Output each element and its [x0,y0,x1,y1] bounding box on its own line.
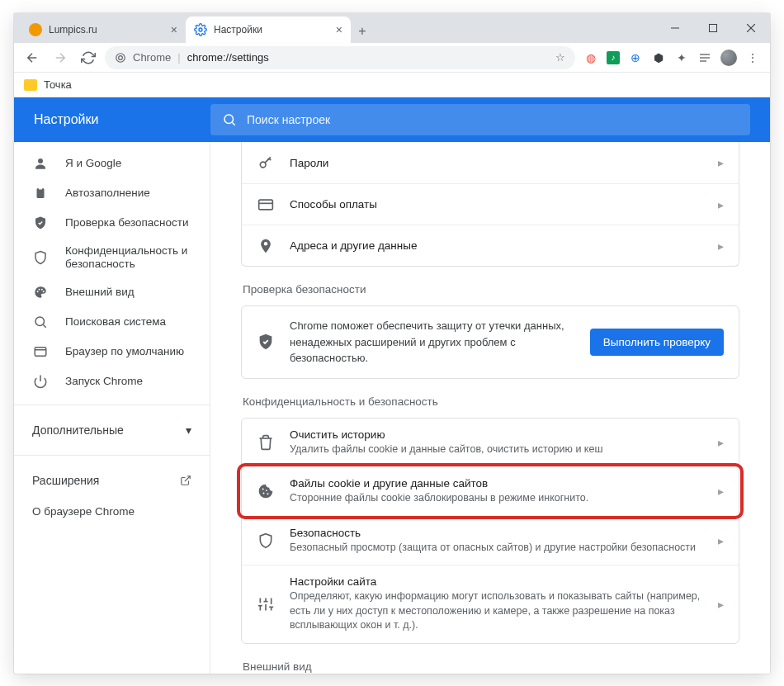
sidebar-item-on-startup[interactable]: Запуск Chrome [14,367,210,396]
section-title-safety: Проверка безопасности [243,283,738,296]
bookmarks-bar: Точка [14,73,770,97]
forward-button[interactable] [49,46,72,69]
chevron-right-icon: ▸ [718,485,724,498]
svg-line-24 [185,476,190,481]
bookmark-item[interactable]: Точка [44,78,72,91]
star-icon[interactable]: ☆ [555,51,565,64]
sidebar-item-default-browser[interactable]: Браузер по умолчанию [14,337,210,367]
sidebar-item-privacy[interactable]: Конфиденциальность и безопасность [14,238,210,277]
row-subtitle: Безопасный просмотр (защита от опасных с… [290,541,703,556]
svg-rect-13 [37,188,45,198]
sidebar-item-safety-check[interactable]: Проверка безопасности [14,208,210,238]
settings-body: Я и Google Автозаполнение Проверка безоп… [14,142,770,674]
back-button[interactable] [21,46,44,69]
chevron-right-icon: ▸ [718,534,724,547]
address-bar[interactable]: Chrome | chrome://settings ☆ [105,46,575,69]
svg-point-29 [263,493,265,494]
tab-title: Настройки [214,24,262,35]
menu-icon[interactable]: ⋮ [745,50,760,65]
ext-icon-2[interactable]: ♪ [607,51,620,64]
chevron-right-icon: ▸ [718,598,724,611]
close-icon[interactable]: × [336,23,342,36]
ext-icon-4[interactable]: ⬢ [651,50,666,65]
card-icon [257,196,275,213]
reload-button[interactable] [77,46,100,69]
close-window-button[interactable] [732,15,770,41]
row-title: Способы оплаты [290,198,703,211]
row-title: Файлы cookie и другие данные сайтов [290,477,703,490]
sidebar-about-label: О браузере Chrome [32,505,191,518]
svg-point-15 [37,291,39,292]
row-addresses[interactable]: Адреса и другие данные ▸ [242,225,739,266]
privacy-card: Очистить историю Удалить файлы cookie и … [241,418,739,644]
new-tab-button[interactable]: + [351,20,374,43]
extension-icons: ◍ ♪ ⊕ ⬢ ✦ ⋮ [580,50,763,66]
ext-icon-1[interactable]: ◍ [583,50,598,65]
settings-main[interactable]: Пароли ▸ Способы оплаты ▸ Адреса и други… [210,142,770,674]
separator [14,405,210,405]
row-clear-history[interactable]: Очистить историю Удалить файлы cookie и … [242,419,739,467]
settings-sidebar: Я и Google Автозаполнение Проверка безоп… [14,142,210,674]
svg-point-18 [43,291,45,292]
ext-icon-3[interactable]: ⊕ [628,50,643,65]
reading-list-icon[interactable] [697,50,712,65]
svg-point-31 [266,490,267,492]
tab-settings[interactable]: Настройки × [186,17,351,43]
settings-search-input[interactable] [247,113,739,126]
tab-title: Lumpics.ru [49,24,97,35]
window-controls [656,13,770,43]
svg-point-16 [39,289,40,291]
svg-point-5 [116,53,125,62]
row-cookies[interactable]: Файлы cookie и другие данные сайтов Стор… [242,466,739,516]
chevron-right-icon: ▸ [718,239,724,253]
svg-line-11 [232,122,234,125]
row-title: Пароли [290,157,703,169]
svg-point-10 [224,115,234,124]
shield-icon [257,532,275,549]
sidebar-advanced[interactable]: Дополнительные ▾ [14,414,210,447]
row-title: Настройки сайта [290,575,703,588]
tab-lumpics[interactable]: Lumpics.ru × [21,17,186,43]
maximize-button[interactable] [694,15,732,41]
row-site-settings[interactable]: Настройки сайта Определяют, какую информ… [242,565,739,643]
profile-avatar[interactable] [720,50,737,66]
chevron-right-icon: ▸ [718,156,724,169]
settings-header: Настройки [14,97,770,142]
sidebar-extensions[interactable]: Расширения [14,464,210,497]
row-passwords[interactable]: Пароли ▸ [242,142,739,183]
row-payment-methods[interactable]: Способы оплаты ▸ [242,183,739,225]
toolbar: Chrome | chrome://settings ☆ ◍ ♪ ⊕ ⬢ ✦ ⋮ [14,43,770,73]
svg-point-0 [199,28,202,31]
shield-check-icon [32,215,49,230]
svg-point-30 [267,494,269,495]
sidebar-extensions-label: Расширения [32,474,99,487]
sidebar-item-appearance[interactable]: Внешний вид [14,277,210,307]
chevron-down-icon: ▾ [186,423,191,437]
separator [14,455,210,456]
palette-icon [32,285,49,300]
close-icon[interactable]: × [171,23,177,36]
run-safety-check-button[interactable]: Выполнить проверку [590,329,724,356]
browser-icon [32,344,49,359]
sidebar-item-label: Запуск Chrome [65,375,191,388]
row-subtitle: Удалить файлы cookie и данные сайтов, оч… [290,442,703,457]
address-text: chrome://settings [187,51,269,64]
row-security[interactable]: Безопасность Безопасный просмотр (защита… [242,516,739,565]
sidebar-item-me-and-google[interactable]: Я и Google [14,149,210,178]
title-bar: Lumpics.ru × Настройки × + [14,13,770,43]
browser-window: Lumpics.ru × Настройки × + Chrome | [14,13,770,674]
settings-title: Настройки [14,112,210,127]
sidebar-item-autofill[interactable]: Автозаполнение [14,178,210,208]
settings-search[interactable] [210,104,750,135]
minimize-button[interactable] [656,15,694,41]
sidebar-item-label: Автозаполнение [65,187,191,200]
sidebar-about-chrome[interactable]: О браузере Chrome [14,497,210,527]
folder-icon [24,79,37,91]
extensions-icon[interactable]: ✦ [674,50,689,65]
search-icon [222,112,237,127]
power-icon [32,374,49,389]
svg-rect-21 [35,348,46,357]
sidebar-item-search-engine[interactable]: Поисковая система [14,307,210,337]
safety-card-text: Chrome поможет обеспечить защиту от утеч… [290,318,575,367]
svg-point-25 [260,162,266,168]
